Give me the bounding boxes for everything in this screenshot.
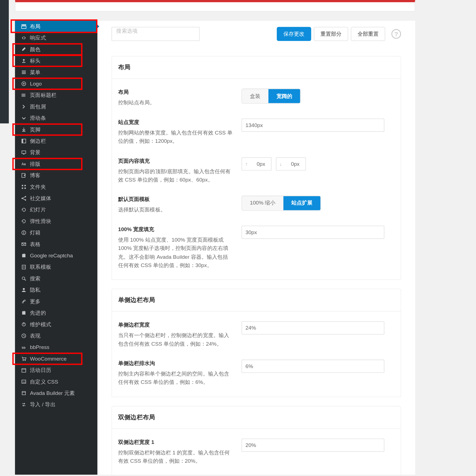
sidebar-item-24[interactable]: 更多 xyxy=(15,296,97,307)
sidebar-item-label: 维护模式 xyxy=(30,321,97,328)
text-input[interactable] xyxy=(242,226,384,239)
svg-rect-7 xyxy=(22,94,22,97)
reset-section-button[interactable]: 重置部分 xyxy=(314,27,348,41)
option-label: 站点宽度 xyxy=(118,119,233,126)
sidebar-item-1[interactable]: 响应式 xyxy=(15,32,97,43)
svg-rect-10 xyxy=(22,131,25,131)
option-label: 双侧边栏宽度 1 xyxy=(118,438,233,446)
sidebar-item-14[interactable]: 文件夹 xyxy=(15,181,97,193)
sidebar-item-25[interactable]: 先进的 xyxy=(15,307,97,319)
sidebar-item-2[interactable]: 颜色 xyxy=(15,44,97,55)
sidebar-item-label: 侧边栏 xyxy=(30,137,97,145)
reset-all-button[interactable]: 全部重置 xyxy=(351,27,385,41)
svg-point-21 xyxy=(25,196,26,197)
sidebar-item-30[interactable]: 活动日历 xyxy=(15,364,97,376)
sidebar-item-33[interactable]: 导入 / 导出 xyxy=(15,399,97,410)
svg-rect-28 xyxy=(22,265,25,269)
pencil-icon xyxy=(21,47,30,52)
sidebar-item-32[interactable]: Avada Builder 元素 xyxy=(15,387,97,399)
sidebar-item-label: 面包屑 xyxy=(30,103,97,110)
svg-rect-1 xyxy=(22,26,26,28)
sidebar-item-label: 隐私 xyxy=(30,286,97,294)
sidebar-item-18[interactable]: 灯箱 xyxy=(15,227,97,238)
sidebar-item-5[interactable]: Logo xyxy=(15,78,97,89)
svg-rect-9 xyxy=(24,94,25,97)
sidebar-item-20[interactable]: Google reCaptcha xyxy=(15,250,97,261)
aa-icon: Aa xyxy=(21,161,30,167)
sidebar-item-label: 幻灯片 xyxy=(30,206,97,214)
sliders-icon xyxy=(21,92,30,98)
sidebar-item-31[interactable]: css自定义 CSS xyxy=(15,376,97,387)
sidebar-item-label: 响应式 xyxy=(30,34,97,42)
seg-option[interactable]: 100% 缩小 xyxy=(242,196,283,210)
sidebar-item-27[interactable]: 表现 xyxy=(15,330,97,342)
sidebar-item-23[interactable]: 隐私 xyxy=(15,284,97,296)
padding-bottom-input[interactable]: ↓0px xyxy=(276,157,306,170)
option-row: 双侧边栏宽度 2 xyxy=(112,469,401,476)
sidebar-item-28[interactable]: bbbbPress xyxy=(15,342,97,353)
section-header: 布局 xyxy=(112,56,401,79)
text-input[interactable] xyxy=(242,360,384,373)
svg-rect-20 xyxy=(24,188,26,189)
sidebar-item-11[interactable]: 背景 xyxy=(15,147,97,158)
sidebar-item-21[interactable]: 联系模板 xyxy=(15,261,97,273)
sidebar-item-17[interactable]: 弹性滑块 xyxy=(15,216,97,227)
svg-rect-4 xyxy=(22,72,26,73)
svg-rect-18 xyxy=(24,185,26,186)
svg-line-32 xyxy=(24,279,26,281)
option-description: 控制页面内容的顶部/底部填充。输入包含任何有效 CSS 单位的值，例如：60px… xyxy=(118,167,233,184)
sidebar-item-12[interactable]: Aa排版 xyxy=(15,158,97,170)
seg-option[interactable]: 宽阔的 xyxy=(268,89,300,103)
svg-rect-8 xyxy=(23,94,24,97)
sidebar-item-29[interactable]: WooCommerce xyxy=(15,353,97,364)
option-row: 双侧边栏宽度 1 控制双侧边栏时侧边栏 1 的宽度。输入包含任何有效 CSS 单… xyxy=(112,430,401,469)
layout-icon xyxy=(21,24,30,29)
sidebar-item-label: 表格 xyxy=(30,240,97,248)
text-input[interactable] xyxy=(242,438,384,452)
sidebar-item-15[interactable]: 社交媒体 xyxy=(15,193,97,204)
sidebar-item-10[interactable]: 侧边栏 xyxy=(15,135,97,147)
plus-circle-icon xyxy=(21,81,30,86)
arrow-up-icon: ↑ xyxy=(242,161,251,166)
sidebar-item-4[interactable]: 菜单 xyxy=(15,66,97,78)
sidebar-item-label: Google reCaptcha xyxy=(30,253,97,259)
sidebar-item-3[interactable]: 标头 xyxy=(15,55,97,66)
sidebar-item-label: Logo xyxy=(30,81,97,87)
svg-point-34 xyxy=(22,302,24,303)
sidebar-item-label: 滑动条 xyxy=(30,114,97,122)
monitor-icon xyxy=(21,150,30,155)
sidebar-item-7[interactable]: 面包屑 xyxy=(15,101,97,112)
sidebar-item-8[interactable]: 滑动条 xyxy=(15,112,97,124)
seg-option[interactable]: 站点扩展 xyxy=(283,196,320,210)
sidebar-item-label: 文件夹 xyxy=(30,183,97,191)
padding-top-input[interactable]: ↑0px xyxy=(242,157,271,170)
sidebar-item-label: 博客 xyxy=(30,172,97,179)
search-input[interactable]: 搜索选项 xyxy=(112,27,200,41)
option-label: 页面内容填充 xyxy=(118,157,233,165)
sidebar-item-0[interactable]: 布局 xyxy=(15,21,97,32)
sidebar-item-label: 表现 xyxy=(30,332,97,340)
sidebar-item-label: 灯箱 xyxy=(30,229,97,236)
help-icon[interactable]: ? xyxy=(391,29,401,39)
sidebar-item-16[interactable]: 幻灯片 xyxy=(15,204,97,215)
sidebar-item-6[interactable]: 页面标题栏 xyxy=(15,89,97,101)
svg-point-41 xyxy=(25,360,26,361)
text-input[interactable] xyxy=(242,321,384,335)
option-description: 使用 100% 站点宽度、100% 宽度页面模板或 100% 宽度帖子选项时，控… xyxy=(118,236,233,270)
sidebar-item-13[interactable]: 博客 xyxy=(15,170,97,181)
sidebar-item-label: 自定义 CSS xyxy=(30,378,97,386)
option-label: 布局 xyxy=(118,89,233,96)
seg-option[interactable]: 盒装 xyxy=(242,89,268,103)
options-panel: 布局响应式颜色标头菜单Logo页面标题栏面包屑滑动条页脚侧边栏背景Aa排版博客文… xyxy=(15,21,415,475)
sidebar-item-19[interactable]: 表格 xyxy=(15,239,97,250)
sidebar-item-26[interactable]: 维护模式 xyxy=(15,319,97,330)
sidebar-item-22[interactable]: 搜索 xyxy=(15,273,97,284)
sidebar-item-9[interactable]: 页脚 xyxy=(15,124,97,135)
bb-icon: bb xyxy=(21,345,30,350)
save-button[interactable]: 保存更改 xyxy=(277,27,311,41)
text-input[interactable] xyxy=(242,119,384,132)
exchange-icon xyxy=(21,402,30,407)
compose-icon xyxy=(21,173,30,178)
padding-control: ↑0px↓0px xyxy=(242,157,306,170)
top-card-remnant xyxy=(15,0,415,11)
